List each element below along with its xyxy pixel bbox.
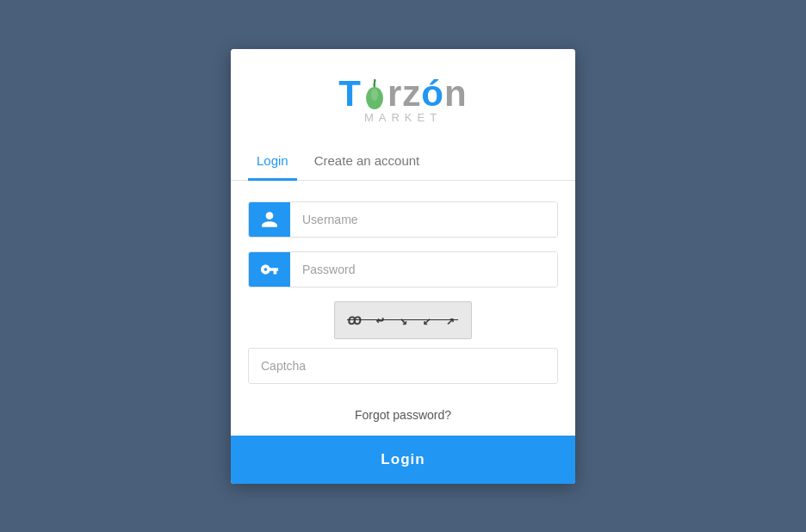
svg-point-2	[371, 89, 378, 101]
captcha-container: ꝏ ↩ ↘ ↙ ↗	[248, 301, 558, 384]
tab-register[interactable]: Create an account	[306, 141, 429, 181]
login-card: T rzón MARKET Login Create an account	[231, 49, 575, 484]
user-icon	[260, 210, 279, 229]
key-icon-container	[249, 252, 290, 287]
key-icon	[260, 260, 279, 279]
username-input[interactable]	[290, 202, 557, 237]
logo-market-label: MARKET	[248, 111, 558, 124]
logo-t: T	[338, 73, 362, 114]
user-icon-container	[249, 202, 290, 237]
tabs: Login Create an account	[231, 141, 575, 181]
logo-n: n	[444, 73, 468, 114]
captcha-input[interactable]	[248, 348, 558, 384]
forgot-password-link[interactable]: Forgot password?	[248, 398, 558, 436]
logo-wrapper: T rzón	[248, 73, 558, 114]
captcha-image: ꝏ ↩ ↘ ↙ ↗	[334, 301, 472, 339]
tab-login[interactable]: Login	[248, 141, 297, 181]
logo-section: T rzón MARKET	[231, 49, 575, 141]
logo-orzon: rz	[388, 73, 421, 114]
logo-o2: ó	[421, 73, 444, 114]
onion-icon	[363, 79, 387, 112]
username-input-group	[248, 201, 558, 238]
form-section: ꝏ ↩ ↘ ↙ ↗ Forgot password?	[231, 181, 575, 436]
login-button[interactable]: Login	[231, 436, 575, 484]
logo-text: T rzón	[338, 73, 467, 114]
password-input[interactable]	[290, 252, 557, 287]
password-input-group	[248, 251, 558, 288]
